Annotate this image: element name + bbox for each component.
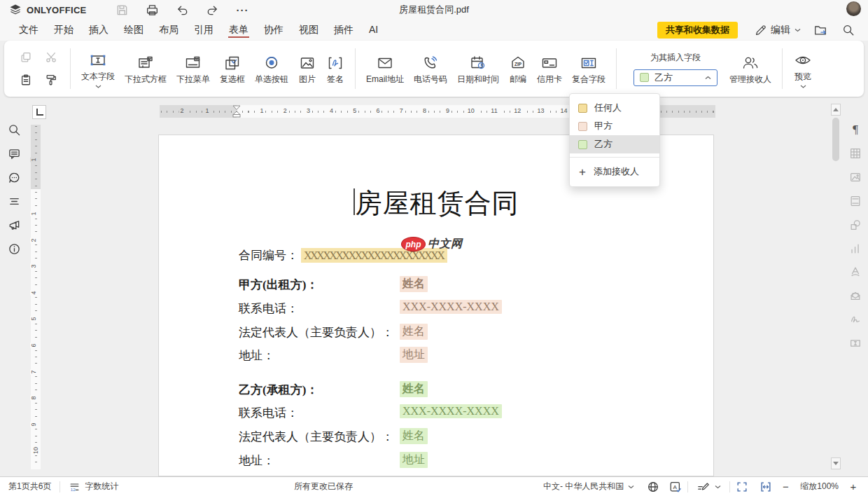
table-settings-button[interactable] (848, 146, 862, 160)
image-button[interactable]: 图片 (293, 52, 321, 85)
search-panel-button[interactable] (7, 123, 21, 137)
paragraph-settings-button[interactable]: ¶ (848, 123, 862, 137)
headings-panel-button[interactable] (7, 194, 21, 208)
zoom-in-button[interactable]: + (846, 479, 861, 495)
party-b-address-field[interactable]: 地址 (400, 452, 428, 468)
credit-card-field-button[interactable]: 信用卡 (532, 52, 567, 85)
tab-home[interactable]: 开始 (46, 20, 81, 40)
role-option-party-a[interactable]: 甲方 (570, 117, 659, 135)
chart-settings-button[interactable] (848, 242, 862, 256)
phone-field-button[interactable]: 电话号码 (409, 52, 452, 85)
text-art-settings-button[interactable] (848, 265, 862, 279)
paste-button[interactable] (17, 71, 35, 89)
save-button[interactable] (115, 2, 130, 18)
chevron-down-icon (715, 485, 721, 489)
zoom-out-button[interactable]: − (778, 479, 793, 495)
tab-view[interactable]: 视图 (291, 20, 326, 40)
redo-button[interactable] (205, 2, 220, 18)
feedback-button[interactable] (7, 218, 21, 232)
chevron-down-icon (800, 85, 806, 89)
ink-tools-button[interactable] (688, 477, 729, 496)
vertical-scrollbar[interactable] (830, 98, 841, 476)
tab-insert[interactable]: 插入 (81, 20, 116, 40)
signature-settings-button[interactable] (848, 312, 862, 326)
chat-panel-button[interactable] (7, 170, 21, 184)
about-button[interactable] (7, 242, 21, 256)
shape-settings-button[interactable] (848, 218, 862, 232)
indent-marker[interactable] (232, 105, 241, 118)
copy-button[interactable] (17, 48, 35, 67)
word-count-button[interactable]: 12 字数统计 (60, 477, 127, 496)
party-a-phone-field[interactable]: XXX-XXXX-XXXX (400, 300, 502, 314)
form-settings-button[interactable] (848, 336, 862, 350)
tab-draw[interactable]: 绘图 (116, 20, 151, 40)
ruler-number: 12 (512, 107, 522, 115)
recipients-icon (741, 52, 760, 71)
checkbox-button[interactable]: 复选框 (215, 52, 250, 85)
spell-check-button[interactable]: A (664, 477, 687, 496)
role-option-party-b[interactable]: 乙方 (570, 135, 659, 153)
document-language-button[interactable] (643, 477, 664, 496)
tab-references[interactable]: 引用 (186, 20, 221, 40)
page-indicator[interactable]: 第1页共6页 (0, 477, 59, 496)
party-b-legal-rep-field[interactable]: 姓名 (400, 428, 428, 444)
add-recipient-button[interactable]: + 添加接收人 (570, 161, 659, 182)
user-avatar[interactable] (846, 1, 861, 16)
dropdown-button[interactable]: 下拉菜单 (172, 52, 215, 85)
tab-stop-selector[interactable] (32, 105, 46, 119)
role-option-anyone[interactable]: 任何人 (570, 99, 659, 117)
party-b-name-field[interactable]: 姓名 (400, 381, 428, 397)
ruler-number: 2 (282, 107, 288, 115)
triangle-down-icon (833, 462, 839, 465)
tab-ai[interactable]: AI (361, 20, 386, 40)
mail-merge-settings-button[interactable] (848, 289, 862, 303)
email-field-button[interactable]: Email地址 (361, 52, 409, 85)
party-b-phone-field[interactable]: XXX-XXXX-XXXX (400, 404, 502, 418)
zip-code-field-button[interactable]: ZIP 邮编 (504, 52, 532, 85)
print-button[interactable] (145, 2, 160, 18)
scroll-up-button[interactable] (831, 104, 841, 116)
format-painter-button[interactable] (42, 71, 60, 89)
comments-panel-button[interactable] (7, 146, 21, 160)
text-cursor (354, 188, 355, 215)
search-button[interactable] (840, 22, 857, 39)
complex-field-button[interactable]: 复合字段 (567, 52, 610, 85)
ruler-number: 7 (30, 369, 38, 374)
tab-collaboration[interactable]: 协作 (256, 20, 291, 40)
header-footer-settings-button[interactable] (848, 194, 862, 208)
more-actions-button[interactable]: ··· (235, 2, 251, 18)
vertical-ruler[interactable]: 112345678910 (31, 125, 41, 469)
image-icon (298, 52, 316, 71)
fit-page-button[interactable] (730, 477, 754, 496)
editing-mode-dropdown[interactable]: 编辑 (755, 24, 801, 36)
tab-plugins[interactable]: 插件 (326, 20, 361, 40)
scrollbar-thumb[interactable] (832, 118, 839, 161)
radio-button-button[interactable]: 单选按钮 (250, 52, 293, 85)
image-settings-button[interactable] (848, 170, 862, 184)
cut-button[interactable] (42, 48, 60, 67)
globe-icon (647, 481, 659, 493)
open-file-location-button[interactable] (812, 22, 829, 39)
ruler-number: 11 (489, 107, 498, 115)
language-selector[interactable]: 中文- 中华人民共和国 (535, 477, 643, 496)
tab-file[interactable]: 文件 (11, 20, 46, 40)
signature-field-button[interactable]: 签名 (321, 52, 349, 85)
email-icon (376, 52, 394, 71)
scroll-down-button[interactable] (831, 457, 841, 469)
combo-box-button[interactable]: 下拉式方框 (120, 52, 172, 85)
party-a-name-field[interactable]: 姓名 (400, 276, 428, 292)
role-select[interactable]: 乙方 (634, 69, 718, 86)
undo-button[interactable] (175, 2, 190, 18)
word-count-icon: 12 (69, 481, 80, 492)
text-field-button[interactable]: 文本字段 (76, 49, 120, 89)
ruler-ticks (35, 126, 37, 468)
party-a-legal-rep-field[interactable]: 姓名 (400, 324, 428, 340)
share-collect-data-button[interactable]: 共享和收集数据 (657, 22, 738, 39)
date-time-field-button[interactable]: 日期和时间 (452, 52, 504, 85)
party-a-address-field[interactable]: 地址 (400, 347, 428, 363)
tab-forms[interactable]: 表单 (221, 20, 256, 40)
tab-layout[interactable]: 布局 (151, 20, 186, 40)
fit-width-button[interactable] (754, 477, 778, 496)
manage-recipients-button[interactable]: 管理接收人 (724, 52, 776, 85)
preview-button[interactable]: 预览 (788, 49, 818, 89)
